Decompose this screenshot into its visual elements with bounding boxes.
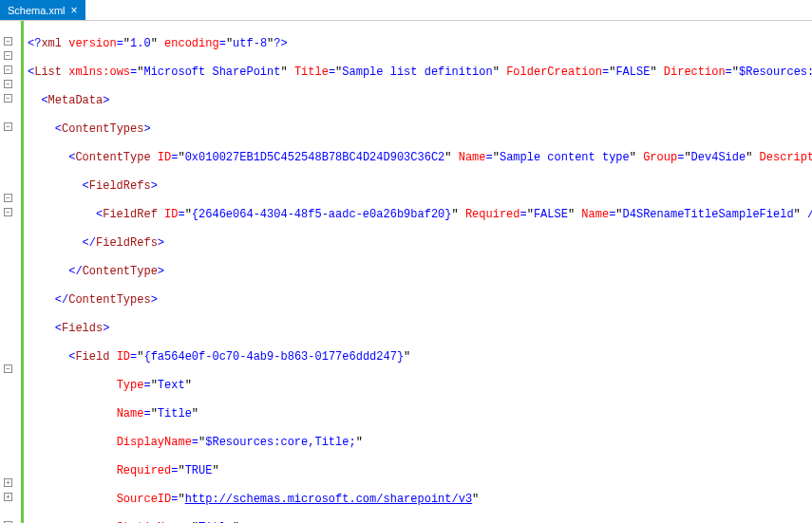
fold-toggle[interactable]: − (4, 364, 12, 373)
code-content[interactable]: <?xml version="1.0" encoding="utf-8"?> <… (24, 21, 812, 523)
tab-title: Schema.xml (8, 5, 66, 16)
fold-toggle[interactable]: − (4, 51, 12, 60)
code-editor: − − − − − − − − − + + + <?xml version="1… (0, 21, 812, 523)
fold-gutter: − − − − − − − − − + + + (0, 21, 19, 523)
fold-toggle[interactable]: − (4, 122, 12, 131)
fold-toggle[interactable]: − (4, 65, 12, 74)
tab-schema-xml[interactable]: Schema.xml × (0, 0, 85, 20)
fold-toggle[interactable]: + (4, 478, 12, 487)
fold-toggle[interactable]: + (4, 493, 12, 501)
fold-toggle[interactable]: − (4, 94, 12, 103)
fold-toggle[interactable]: − (4, 80, 12, 88)
fold-toggle[interactable]: − (4, 37, 12, 46)
fold-toggle[interactable]: − (4, 194, 12, 202)
tab-bar: Schema.xml × (0, 0, 812, 21)
fold-toggle[interactable]: − (4, 208, 12, 216)
tab-close-icon[interactable]: × (71, 4, 78, 17)
